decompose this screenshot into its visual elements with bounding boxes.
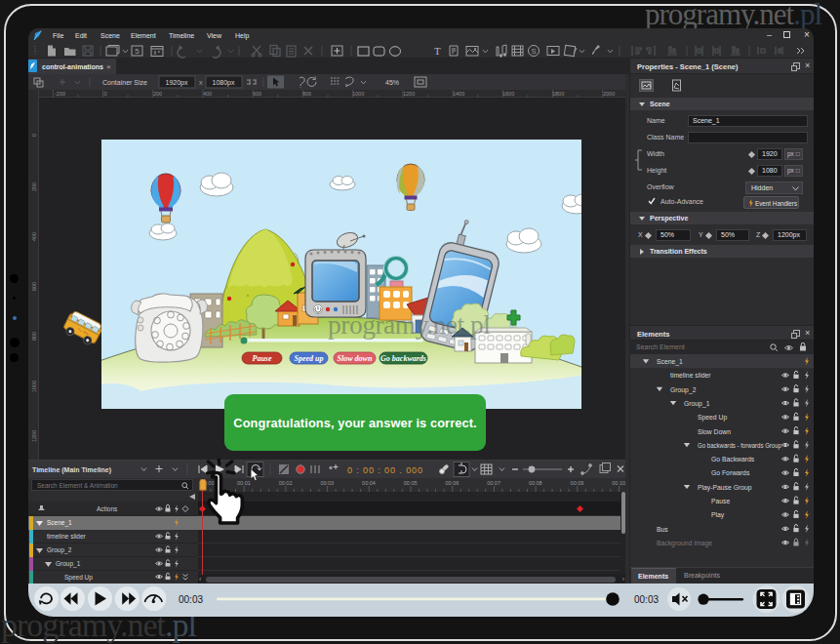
- svg-text:00:02: 00:02: [279, 480, 293, 486]
- svg-text:800: 800: [31, 332, 37, 341]
- svg-text:1200: 1200: [31, 430, 37, 442]
- svg-text:00:05: 00:05: [404, 480, 418, 486]
- svg-text:00:03: 00:03: [634, 593, 659, 604]
- svg-text:Go backwards: Go backwards: [380, 354, 426, 363]
- svg-text:0 : 00 : 00 . 000: 0 : 00 : 00 . 000: [347, 465, 423, 475]
- svg-text:1080px: 1080px: [213, 79, 235, 87]
- svg-text:-200: -200: [55, 91, 65, 97]
- svg-text:Pause: Pause: [253, 354, 272, 363]
- svg-text:Go Forwards: Go Forwards: [711, 469, 750, 476]
- svg-text:00:08: 00:08: [529, 480, 542, 486]
- svg-text:2000: 2000: [603, 91, 615, 97]
- svg-text:0: 0: [31, 134, 37, 137]
- svg-text:00:04: 00:04: [362, 480, 376, 486]
- svg-text:Container Size: Container Size: [102, 79, 147, 86]
- svg-text:Speed Up: Speed Up: [698, 414, 727, 422]
- svg-text:00:03: 00:03: [320, 480, 334, 486]
- svg-text:Scene_1: Scene_1: [657, 358, 683, 366]
- svg-text:600: 600: [253, 91, 261, 97]
- svg-text:Group_2: Group_2: [670, 386, 697, 394]
- svg-text:Pause: Pause: [711, 498, 730, 504]
- svg-text:Timeline (Main Timeline): Timeline (Main Timeline): [32, 466, 111, 474]
- svg-text:Play: Play: [711, 511, 725, 519]
- svg-text:00:03: 00:03: [179, 593, 203, 604]
- svg-text:Speed up: Speed up: [295, 354, 324, 363]
- svg-text:Slow down: Slow down: [338, 354, 373, 363]
- svg-text:1800: 1800: [552, 91, 564, 97]
- svg-text:600: 600: [31, 282, 37, 291]
- svg-text:Bus: Bus: [657, 526, 668, 533]
- svg-text:00:09: 00:09: [571, 480, 584, 486]
- svg-text:1000: 1000: [352, 91, 364, 97]
- svg-text:1000: 1000: [31, 381, 37, 392]
- svg-text:0: 0: [104, 91, 107, 97]
- svg-text:x: x: [199, 79, 203, 86]
- svg-text:1400: 1400: [453, 91, 464, 97]
- svg-text:800: 800: [302, 91, 311, 97]
- svg-text:1600: 1600: [502, 91, 514, 97]
- svg-text:400: 400: [31, 232, 37, 241]
- svg-text:5: 5: [135, 47, 140, 56]
- svg-text:timeline slider: timeline slider: [670, 372, 711, 379]
- svg-text:Slow Down: Slow Down: [698, 428, 731, 435]
- svg-text:200: 200: [31, 182, 37, 191]
- svg-text:00:10: 00:10: [612, 480, 625, 486]
- svg-text:Background Image: Background Image: [657, 540, 712, 547]
- svg-text:00:07: 00:07: [487, 480, 500, 486]
- svg-text:Go Backwards: Go Backwards: [711, 456, 755, 463]
- svg-text:00:06: 00:06: [446, 480, 460, 486]
- svg-text:Play-Pause Group: Play-Pause Group: [698, 484, 752, 492]
- svg-text:1200: 1200: [403, 91, 415, 97]
- svg-text:S: S: [531, 47, 536, 56]
- svg-text:1920px: 1920px: [166, 79, 188, 87]
- svg-text:T: T: [434, 45, 441, 57]
- svg-text:45%: 45%: [385, 79, 399, 86]
- svg-text:400: 400: [203, 91, 212, 97]
- svg-text:Group_1: Group_1: [684, 400, 710, 408]
- svg-text:Go backwards - forwards Group: Go backwards - forwards Group: [698, 442, 781, 450]
- svg-text:200: 200: [153, 91, 162, 97]
- svg-text:programy.net.pl: programy.net.pl: [328, 309, 491, 340]
